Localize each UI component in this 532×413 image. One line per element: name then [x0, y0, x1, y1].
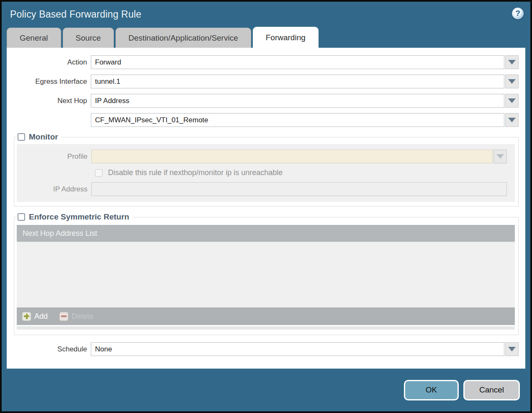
next-hop-row: Next Hop IP Address	[7, 94, 519, 108]
action-dropdown-button[interactable]	[505, 55, 519, 69]
titlebar: Policy Based Forwarding Rule ?	[2, 2, 530, 27]
monitor-panel: Profile Disable this rule if nexthop/mon…	[17, 144, 515, 202]
tab-general[interactable]: General	[7, 28, 61, 48]
next-hop-label: Next Hop	[7, 97, 91, 105]
disable-rule-label: Disable this rule if nexthop/monitor ip …	[108, 168, 283, 177]
egress-interface-input[interactable]: tunnel.1	[91, 75, 504, 88]
add-button-label: Add	[34, 312, 48, 321]
next-hop-address-dropdown-button[interactable]	[505, 113, 519, 127]
action-row: Action Forward	[7, 55, 519, 69]
cancel-button[interactable]: Cancel	[463, 380, 520, 400]
profile-dropdown-button	[493, 150, 507, 163]
tab-source[interactable]: Source	[63, 28, 114, 48]
table-footer: Add Delete	[17, 307, 515, 325]
chevron-down-icon	[508, 60, 516, 65]
enforce-legend-label: Enforce Symmetric Return	[29, 212, 129, 222]
enforce-legend: Enforce Symmetric Return	[17, 212, 133, 222]
profile-row: Profile	[17, 150, 507, 163]
monitor-ip-row: IP Address	[17, 182, 507, 196]
next-hop-address-list-table: Next Hop Address List Add Delete	[17, 225, 515, 330]
chevron-down-icon	[508, 79, 516, 84]
help-icon[interactable]: ?	[512, 8, 524, 19]
enforce-symmetric-return-fieldset: Enforce Symmetric Return Next Hop Addres…	[14, 212, 519, 335]
schedule-row: Schedule None	[7, 342, 519, 356]
delete-button-label: Delete	[72, 312, 93, 321]
tab-forwarding[interactable]: Forwarding	[253, 27, 319, 48]
dialog-button-bar: OK Cancel	[2, 369, 530, 411]
disable-rule-checkbox	[95, 169, 103, 177]
chevron-down-icon	[508, 347, 516, 351]
ok-button[interactable]: OK	[404, 380, 459, 400]
monitor-legend-label: Monitor	[29, 132, 58, 142]
next-hop-type-input[interactable]: IP Address	[91, 94, 504, 108]
tab-bar: General Source Destination/Application/S…	[2, 27, 530, 48]
schedule-input[interactable]: None	[91, 342, 504, 356]
chevron-down-icon	[496, 154, 504, 159]
egress-interface-label: Egress Interface	[7, 77, 91, 86]
profile-input	[91, 150, 493, 163]
plus-icon	[22, 312, 31, 321]
monitor-ip-label: IP Address	[17, 185, 91, 194]
forwarding-tab-panel: Action Forward Egress Interface tunnel.1…	[7, 48, 525, 369]
schedule-label: Schedule	[7, 345, 91, 354]
chevron-down-icon	[508, 118, 516, 122]
dialog-title: Policy Based Forwarding Rule	[10, 9, 141, 20]
minus-icon	[59, 312, 68, 321]
next-hop-address-row: CF_MWAN_IPsec_VTI_01_Remote	[7, 113, 519, 127]
pbf-rule-dialog: Policy Based Forwarding Rule ? General S…	[0, 0, 532, 413]
horizontal-scrollbar[interactable]	[17, 326, 515, 330]
schedule-dropdown-button[interactable]	[505, 342, 519, 356]
egress-interface-row: Egress Interface tunnel.1	[7, 75, 519, 88]
action-input[interactable]: Forward	[91, 55, 504, 69]
enforce-symmetric-return-checkbox[interactable]	[18, 213, 25, 221]
monitor-ip-input	[91, 182, 507, 196]
disable-rule-row: Disable this rule if nexthop/monitor ip …	[95, 168, 514, 177]
egress-interface-dropdown-button[interactable]	[505, 75, 519, 88]
table-header-next-hop-address-list: Next Hop Address List	[17, 225, 515, 243]
monitor-legend: Monitor	[17, 132, 62, 142]
monitor-checkbox[interactable]	[18, 133, 25, 141]
chevron-down-icon	[508, 98, 516, 103]
next-hop-address-input[interactable]: CF_MWAN_IPsec_VTI_01_Remote	[91, 113, 504, 127]
tab-destination-application-service[interactable]: Destination/Application/Service	[116, 28, 251, 48]
action-label: Action	[7, 58, 91, 67]
next-hop-dropdown-button[interactable]	[505, 94, 519, 108]
add-button[interactable]: Add	[22, 312, 48, 321]
profile-label: Profile	[17, 152, 91, 161]
table-body-empty[interactable]	[17, 243, 515, 307]
monitor-fieldset: Monitor Profile Disable this rule if nex…	[14, 132, 519, 206]
delete-button: Delete	[59, 312, 93, 321]
